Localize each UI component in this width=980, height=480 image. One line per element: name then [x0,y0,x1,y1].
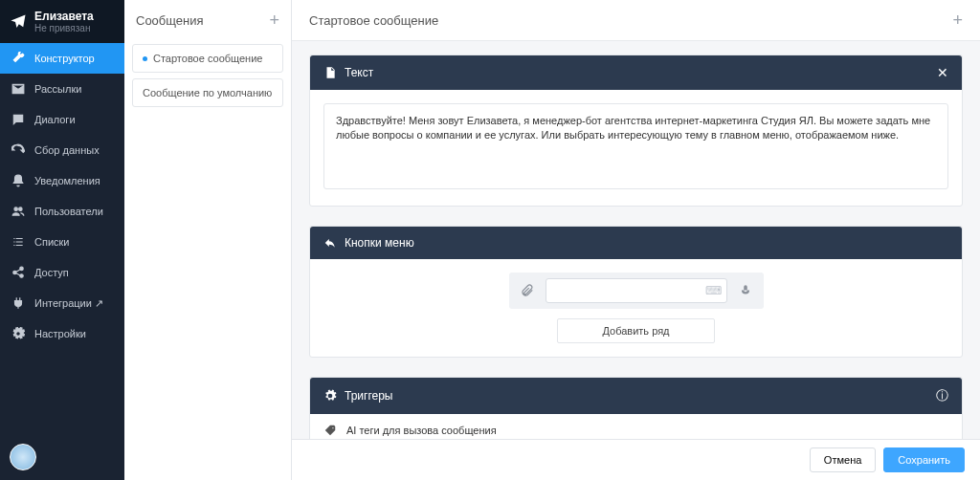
sidebar-item-bell[interactable]: Уведомления [0,165,124,196]
sidebar-item-label: Уведомления [34,175,100,186]
list-icon [11,235,25,249]
microphone-icon[interactable] [733,278,758,303]
message-item-label: Сообщение по умолчанию [143,87,272,98]
sidebar-header: Елизавета Не привязан [0,0,124,43]
sidebar-item-label: Пользователи [34,206,103,217]
gear-icon [11,327,25,340]
document-icon [323,66,337,79]
plug-icon [11,296,25,310]
cycle-icon [11,143,25,157]
sidebar-item-label: Интеграции ↗ [34,297,103,310]
add-row-button[interactable]: Добавить ряд [557,318,714,343]
main: Стартовое сообщение + Текст ✕ Кнопки м [292,0,980,480]
sidebar-item-cycle[interactable]: Сбор данных [0,135,124,165]
attachment-icon[interactable] [515,278,540,303]
sidebar-item-mail[interactable]: Рассылки [0,74,124,104]
share-icon [11,266,25,279]
sidebar-item-chat[interactable]: Диалоги [0,104,124,135]
sidebar-item-label: Списки [34,236,70,248]
active-dot [143,56,147,61]
menu-card-header: Кнопки меню [310,227,962,259]
sidebar-item-label: Доступ [34,267,69,278]
keyboard-icon: ⌨ [705,284,722,297]
text-card-header: Текст ✕ [310,55,962,90]
tag-icon [323,424,337,437]
sidebar-item-label: Диалоги [34,114,76,125]
sidebar-item-list[interactable]: Списки [0,227,124,257]
avatar[interactable] [10,444,36,470]
main-header: Стартовое сообщение + [292,0,980,41]
content: Текст ✕ Кнопки меню [292,41,980,480]
triggers-card-header: Триггеры ⓘ [310,378,962,414]
ai-tags-label: AI теги для вызова сообщения [346,425,497,436]
save-button[interactable]: Сохранить [883,447,965,472]
sidebar-item-wrench[interactable]: Конструктор [0,43,124,74]
message-list-item[interactable]: Стартовое сообщение [132,44,283,73]
sidebar-item-label: Рассылки [34,83,81,95]
bot-name: Елизавета [34,10,94,23]
sidebar-item-plug[interactable]: Интеграции ↗ [0,288,124,318]
message-text-input[interactable] [323,103,948,189]
add-message-button[interactable]: + [269,11,279,29]
menu-button-input[interactable] [546,278,727,303]
messages-column: Сообщения + Стартовое сообщениеСообщение… [124,0,292,480]
menu-row: ⌨ [323,273,948,309]
sidebar-item-share[interactable]: Доступ [0,257,124,288]
chat-icon [11,113,25,126]
sidebar-item-label: Настройки [34,328,86,339]
menu-card-title: Кнопки меню [345,236,414,250]
message-list-item[interactable]: Сообщение по умолчанию [132,78,283,107]
info-icon[interactable]: ⓘ [936,387,948,404]
sidebar-item-label: Сбор данных [34,144,100,156]
sidebar-item-gear[interactable]: Настройки [0,318,124,349]
sidebar-footer [0,434,124,480]
page-title: Стартовое сообщение [309,13,438,28]
telegram-icon [10,13,27,31]
text-card-title: Текст [345,66,373,79]
add-block-button[interactable]: + [952,11,963,29]
sidebar: Елизавета Не привязан КонструкторРассылк… [0,0,124,480]
sidebar-item-label: Конструктор [34,53,95,64]
users-icon [11,205,25,218]
mail-icon [11,82,25,96]
sidebar-item-users[interactable]: Пользователи [0,196,124,227]
reply-icon [323,236,337,250]
text-card: Текст ✕ [309,55,963,207]
messages-title: Сообщения [136,13,204,28]
close-icon[interactable]: ✕ [937,65,948,80]
footer: Отмена Сохранить [292,439,980,480]
bot-status: Не привязан [34,23,94,33]
bell-icon [11,174,25,187]
message-item-label: Стартовое сообщение [153,53,262,64]
gear-icon [323,389,337,403]
cancel-button[interactable]: Отмена [810,447,876,472]
wrench-icon [11,52,25,65]
menu-card: Кнопки меню ⌨ [309,226,963,358]
triggers-card-title: Триггеры [345,389,393,403]
messages-header: Сообщения + [124,0,291,40]
